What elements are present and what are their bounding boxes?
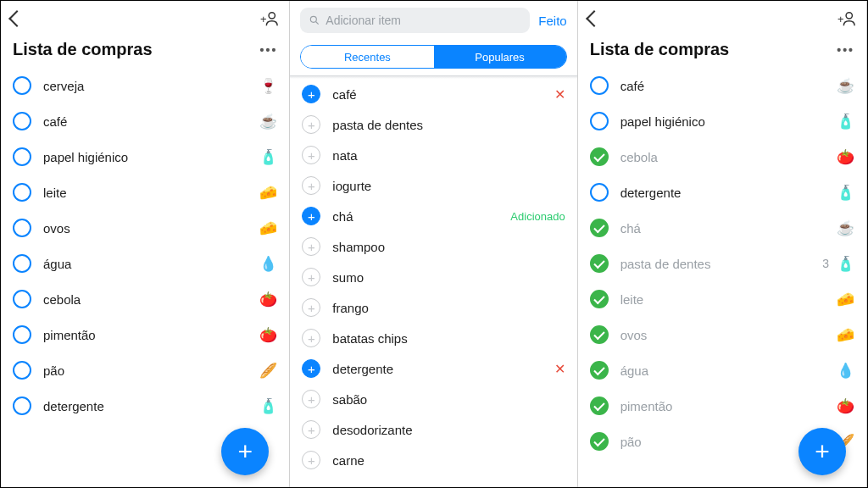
suggestion-item[interactable]: + batatas chips <box>290 323 576 353</box>
add-suggestion-button[interactable]: + <box>302 420 320 439</box>
list-item[interactable]: detergente 🧴 <box>578 175 866 210</box>
suggestion-item[interactable]: + sumo <box>290 262 576 292</box>
item-label: detergente <box>620 186 836 200</box>
checkbox[interactable] <box>590 76 609 95</box>
list-item[interactable]: cebola 🍅 <box>1 281 289 317</box>
add-person-button[interactable]: + <box>837 9 856 28</box>
svg-point-1 <box>269 13 275 19</box>
item-icon: 🧴 <box>259 397 277 415</box>
remove-icon[interactable]: ✕ <box>554 86 565 103</box>
item-label: pasta de dentes <box>620 257 823 271</box>
checkbox[interactable] <box>13 219 31 237</box>
suggestion-item[interactable]: + desodorizante <box>290 414 576 445</box>
svg-text:+: + <box>260 13 267 25</box>
more-menu[interactable]: ••• <box>837 43 854 57</box>
list-item[interactable]: detergente 🧴 <box>1 388 289 424</box>
list-item[interactable]: pimentão 🍅 <box>578 388 866 424</box>
checkbox[interactable] <box>13 396 31 415</box>
item-icon: 🧴 <box>836 113 854 130</box>
checkbox[interactable] <box>590 183 609 202</box>
suggestion-item[interactable]: + chá Adicionado <box>290 201 576 231</box>
checkbox[interactable] <box>590 396 609 415</box>
suggestion-item[interactable]: + detergente ✕ <box>290 353 576 384</box>
checkbox[interactable] <box>13 361 31 380</box>
checkbox[interactable] <box>13 254 31 273</box>
suggestion-label: detergente <box>332 362 554 376</box>
done-button[interactable]: Feito <box>538 14 566 28</box>
list-item[interactable]: café ☕ <box>578 68 866 103</box>
checkbox[interactable] <box>590 147 609 166</box>
add-suggestion-button[interactable]: + <box>302 451 320 469</box>
list-item[interactable]: ovos 🧀 <box>1 210 289 246</box>
add-item-fab[interactable]: + <box>221 428 269 475</box>
checkbox[interactable] <box>590 112 609 130</box>
suggestion-item[interactable]: + shampoo <box>290 231 576 262</box>
suggestion-label: café <box>332 87 554 102</box>
checkbox[interactable] <box>590 432 609 451</box>
item-icon: 🧴 <box>259 148 277 166</box>
item-label: pão <box>43 363 259 378</box>
checkbox[interactable] <box>13 112 31 130</box>
checkbox[interactable] <box>13 183 31 202</box>
list-item[interactable]: cebola 🍅 <box>578 139 866 175</box>
back-button[interactable] <box>586 10 603 27</box>
checkbox[interactable] <box>590 361 609 380</box>
list-item[interactable]: café ☕ <box>1 103 289 139</box>
remove-icon[interactable]: ✕ <box>554 361 565 377</box>
checkbox[interactable] <box>13 76 31 95</box>
search-icon <box>309 14 320 26</box>
add-suggestion-button[interactable]: + <box>302 237 320 256</box>
add-suggestion-button[interactable]: + <box>302 298 320 317</box>
checkbox[interactable] <box>13 147 31 166</box>
segment-recent[interactable]: Recentes <box>301 46 433 68</box>
list-item[interactable]: papel higiénico 🧴 <box>1 139 289 175</box>
item-label: papel higiénico <box>620 114 836 129</box>
checkbox[interactable] <box>590 325 609 344</box>
list-item[interactable]: pimentão 🍅 <box>1 317 289 352</box>
item-label: café <box>620 79 836 93</box>
checkbox[interactable] <box>590 290 609 308</box>
item-icon: ☕ <box>259 113 277 130</box>
back-button[interactable] <box>8 10 25 27</box>
suggestion-item[interactable]: + carne <box>290 445 576 475</box>
add-item-fab[interactable]: + <box>798 428 846 475</box>
add-suggestion-button[interactable]: + <box>302 207 320 225</box>
list-item[interactable]: pasta de dentes 3 🧴 <box>578 246 866 281</box>
item-qty: 3 <box>822 257 829 270</box>
list-item[interactable]: leite 🧀 <box>1 175 289 210</box>
suggestion-label: desodorizante <box>332 423 565 437</box>
list-item[interactable]: pão 🥖 <box>1 352 289 388</box>
add-person-button[interactable]: + <box>260 9 279 28</box>
add-suggestion-button[interactable]: + <box>302 176 320 195</box>
checkbox[interactable] <box>590 219 609 237</box>
checkbox[interactable] <box>13 325 31 344</box>
add-suggestion-button[interactable]: + <box>302 115 320 134</box>
list-item[interactable]: leite 🧀 <box>578 281 866 317</box>
checkbox[interactable] <box>590 254 609 273</box>
add-suggestion-button[interactable]: + <box>302 359 320 378</box>
search-input[interactable]: Adicionar item <box>300 8 530 33</box>
add-suggestion-button[interactable]: + <box>302 390 320 408</box>
suggestion-label: shampoo <box>332 240 565 254</box>
list-item[interactable]: ovos 🧀 <box>578 317 866 352</box>
add-suggestion-button[interactable]: + <box>302 146 320 164</box>
checkbox[interactable] <box>13 290 31 308</box>
list-item[interactable]: água 💧 <box>1 246 289 281</box>
add-suggestion-button[interactable]: + <box>302 85 320 103</box>
suggestion-item[interactable]: + sabão <box>290 384 576 414</box>
suggestion-item[interactable]: + pasta de dentes <box>290 109 576 140</box>
add-suggestion-button[interactable]: + <box>302 329 320 347</box>
suggestion-item[interactable]: + café ✕ <box>290 79 576 109</box>
suggestion-label: iogurte <box>332 179 565 193</box>
list-item[interactable]: cerveja 🍷 <box>1 68 289 103</box>
suggestion-item[interactable]: + frango <box>290 292 576 323</box>
list-item[interactable]: papel higiénico 🧴 <box>578 103 866 139</box>
add-suggestion-button[interactable]: + <box>302 268 320 286</box>
list-item[interactable]: água 💧 <box>578 352 866 388</box>
suggestion-label: batatas chips <box>332 331 565 346</box>
suggestion-item[interactable]: + nata <box>290 140 576 170</box>
segment-popular[interactable]: Populares <box>434 46 566 68</box>
suggestion-item[interactable]: + iogurte <box>290 170 576 201</box>
more-menu[interactable]: ••• <box>260 43 278 57</box>
list-item[interactable]: chá ☕ <box>578 210 866 246</box>
